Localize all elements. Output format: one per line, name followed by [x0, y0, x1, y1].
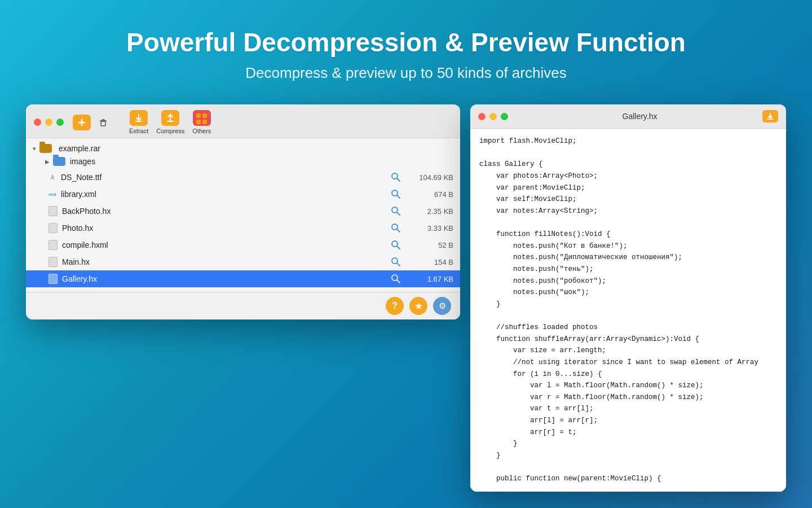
magnify-backphoto[interactable] — [390, 205, 401, 217]
code-line: notes.push("тень"); — [479, 264, 777, 275]
magnify-main[interactable] — [390, 256, 401, 268]
main-subtitle: Decompress & preview up to 50 kinds of a… — [126, 64, 686, 82]
code-line: var photos:Array<Photo>; — [479, 170, 777, 182]
code-line: arr[r] = t; — [479, 427, 777, 439]
code-line: } — [479, 450, 777, 462]
code-line: var l = Math.floor(Math.random() * size)… — [479, 380, 777, 392]
svg-line-20 — [397, 263, 400, 266]
file-photo-name: Photo.hx — [62, 224, 390, 233]
magnify-icon-photo — [391, 223, 401, 233]
close-button[interactable] — [34, 119, 41, 126]
magnify-library[interactable] — [390, 189, 401, 200]
preview-title: Gallery.hx — [517, 112, 762, 121]
preview-titlebar: Gallery.hx — [470, 104, 786, 129]
magnify-photo[interactable] — [390, 222, 401, 234]
preview-window: Gallery.hx import flash.MovieClip; class… — [470, 104, 786, 492]
file-gallery-size: 1.67 KB — [408, 275, 453, 283]
file-compile-name: compile.hxml — [62, 240, 390, 249]
file-ds-note-size: 104.69 KB — [408, 173, 453, 182]
preview-traffic-lights — [478, 113, 508, 120]
file-manager-window: Extract Compress — [26, 104, 460, 319]
file-library-size: 674 B — [408, 190, 453, 199]
magnify-icon-compile — [391, 240, 401, 250]
code-line: notes.push("робокот"); — [479, 275, 777, 287]
folder-arrow: ▶ — [45, 159, 50, 165]
file-ds-note-name: DS_Note.ttf — [61, 173, 390, 182]
magnify-icon-back — [391, 206, 401, 216]
code-line: notes.push("шок"); — [479, 287, 777, 299]
file-row-gallery[interactable]: Gallery.hx 1.67 KB — [26, 270, 460, 287]
extract-svg — [133, 112, 144, 124]
code-line: function fillNotes():Void { — [479, 229, 777, 240]
add-icon — [77, 118, 86, 127]
magnify-icon-gallery — [391, 274, 401, 284]
magnify-icon-lib — [391, 189, 401, 199]
magnify-icon-main — [391, 257, 401, 267]
code-line: var notes:Array<String>; — [479, 205, 777, 217]
xml-badge: xml — [48, 192, 56, 197]
svg-rect-2 — [101, 121, 105, 126]
code-line: var t = arr[l]; — [479, 403, 777, 415]
header: Powerful Decompression & Preview Functio… — [126, 0, 686, 99]
file-row-ds-note[interactable]: A DS_Note.ttf 104.69 KB — [26, 169, 460, 186]
code-line: arr[l] = arr[r]; — [479, 415, 777, 427]
root-arrow: ▾ — [33, 145, 36, 152]
windows-container: Extract Compress — [26, 104, 786, 492]
toolbar-actions: Extract Compress — [129, 110, 211, 134]
preview-maximize-button[interactable] — [501, 113, 508, 120]
root-archive[interactable]: ▾ example.rar — [26, 143, 460, 154]
code-line: //shuffles loaded photos — [479, 322, 777, 334]
code-line: var self:MovieClip; — [479, 194, 777, 205]
images-folder-icon — [53, 157, 65, 166]
magnify-gallery[interactable] — [390, 273, 401, 284]
delete-button[interactable] — [94, 115, 112, 130]
file-row-compile[interactable]: compile.hxml 52 B — [26, 237, 460, 253]
file-row-library[interactable]: xml library.xml 674 B — [26, 186, 460, 203]
hx-file-icon-gallery — [48, 274, 58, 284]
star-button[interactable]: ★ — [409, 297, 427, 315]
add-button[interactable] — [73, 115, 91, 130]
file-library-name: library.xml — [61, 190, 390, 199]
help-button[interactable]: ? — [386, 297, 404, 315]
preview-close-button[interactable] — [478, 113, 486, 120]
others-action[interactable]: Others — [192, 110, 211, 134]
file-photo-size: 3.33 KB — [408, 224, 453, 233]
magnify-compile[interactable] — [390, 239, 401, 251]
preview-minimize-button[interactable] — [489, 113, 497, 120]
settings-button[interactable]: ⚙ — [433, 297, 451, 315]
magnify-ds-note[interactable] — [390, 172, 401, 183]
compress-action[interactable]: Compress — [156, 110, 184, 134]
minimize-button[interactable] — [45, 119, 52, 126]
font-badge: A — [48, 174, 56, 181]
compress-svg — [165, 112, 176, 124]
code-line: class Gallery { — [479, 159, 777, 170]
extract-icon — [130, 110, 148, 126]
hx-file-icon-main — [48, 257, 58, 267]
code-line — [479, 147, 777, 159]
folder-images[interactable]: ▶ images — [26, 154, 460, 169]
file-row-photo[interactable]: Photo.hx 3.33 KB — [26, 220, 460, 237]
extract-action[interactable]: Extract — [129, 110, 148, 134]
file-main-name: Main.hx — [62, 257, 390, 266]
preview-corner-btn[interactable] — [762, 110, 778, 122]
code-line: //not using iterator since I want to swa… — [479, 357, 777, 369]
extract-label: Extract — [129, 128, 148, 134]
file-row-backphoto[interactable]: BackPhoto.hx 2.35 KB — [26, 203, 460, 220]
preview-code-body: import flash.MovieClip; class Gallery { … — [470, 129, 786, 492]
others-label: Others — [192, 128, 211, 134]
file-row-main[interactable]: Main.hx 154 B — [26, 253, 460, 270]
code-line: var parent:MovieClip; — [479, 182, 777, 194]
hx-file-icon-back — [48, 206, 58, 216]
code-line: function shuffleArray(arr:Array<Dynamic>… — [479, 334, 777, 345]
file-compile-size: 52 B — [408, 241, 453, 249]
hx-file-icon-photo — [48, 223, 58, 233]
code-line: notes.push("Кот в банке!"); — [479, 240, 777, 252]
folder-images-name: images — [70, 157, 453, 166]
code-line: for (i in 0...size) { — [479, 369, 777, 380]
svg-line-22 — [397, 280, 400, 283]
code-line — [479, 310, 777, 322]
preview-action-icon — [766, 112, 774, 120]
maximize-button[interactable] — [56, 119, 64, 126]
file-backphoto-size: 2.35 KB — [408, 207, 453, 216]
file-main-size: 154 B — [408, 258, 453, 266]
